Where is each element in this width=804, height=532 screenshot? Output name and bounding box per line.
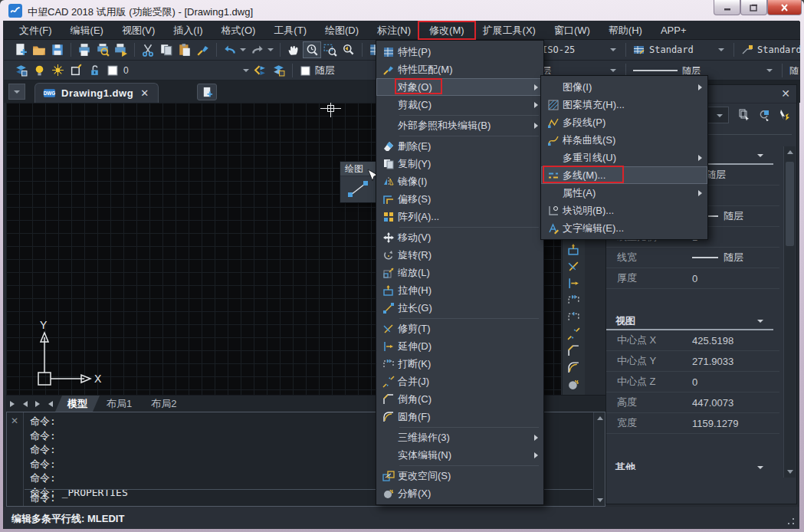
minimize-button[interactable] bbox=[714, 0, 740, 15]
break-point-icon[interactable] bbox=[565, 308, 583, 325]
print-icon[interactable] bbox=[75, 41, 94, 58]
property-value[interactable]: 271.9033 bbox=[692, 356, 733, 367]
menu-item[interactable]: 格式(O) bbox=[212, 21, 265, 39]
layout-tab-模型[interactable]: 模型 bbox=[55, 396, 100, 412]
explode-icon[interactable] bbox=[565, 376, 583, 392]
collapse-icon[interactable] bbox=[757, 320, 763, 323]
unlock-icon[interactable] bbox=[85, 62, 103, 79]
chevron-down-icon[interactable] bbox=[243, 69, 249, 72]
document-tab-drawing1[interactable]: DWG Drawing1.dwg ✕ bbox=[34, 83, 159, 103]
modify-menu-item[interactable]: 移动(V) bbox=[376, 228, 543, 246]
color-swatch-icon[interactable] bbox=[297, 62, 315, 79]
layout-tab-布局2[interactable]: 布局2 bbox=[139, 396, 189, 412]
menu-item[interactable]: 扩展工具(X) bbox=[474, 21, 545, 39]
last-tab-icon[interactable] bbox=[43, 396, 55, 412]
modify-menu-item[interactable]: 修剪(T) bbox=[376, 320, 543, 337]
menu-item[interactable]: 修改(M) bbox=[420, 21, 474, 39]
menu-item[interactable]: 窗口(W) bbox=[545, 21, 599, 39]
redo-icon[interactable] bbox=[248, 41, 267, 58]
scrollbar-thumb[interactable] bbox=[786, 162, 794, 246]
object-submenu-item[interactable]: 多线(M)... bbox=[541, 166, 707, 184]
property-value[interactable]: 0 bbox=[692, 376, 697, 388]
object-submenu-item[interactable]: 图案填充(H)... bbox=[541, 96, 707, 113]
pan-icon[interactable] bbox=[284, 41, 303, 58]
dim-style-combo[interactable]: ISO-25 bbox=[542, 42, 619, 57]
match-properties-icon[interactable] bbox=[194, 41, 212, 58]
menu-item[interactable]: 插入(I) bbox=[164, 21, 212, 39]
modify-menu-item[interactable]: 打断(K) bbox=[376, 355, 543, 373]
modify-menu-item[interactable]: 偏移(S) bbox=[376, 190, 543, 208]
print-preview-icon[interactable] bbox=[94, 41, 112, 58]
next-tab-icon[interactable] bbox=[31, 396, 43, 412]
scroll-up-icon[interactable] bbox=[594, 412, 605, 424]
toggle-pickadd-icon[interactable] bbox=[755, 107, 773, 123]
modify-menu-item[interactable]: 复制(Y) bbox=[376, 155, 543, 172]
chevron-down-icon[interactable] bbox=[240, 48, 246, 51]
command-scrollbar[interactable] bbox=[593, 412, 605, 506]
object-submenu-item[interactable]: 多段线(P) bbox=[541, 113, 707, 131]
first-tab-icon[interactable] bbox=[6, 396, 18, 412]
property-row[interactable]: 宽度1159.1279 bbox=[606, 413, 779, 434]
menu-item[interactable]: APP+ bbox=[651, 21, 696, 39]
zoom-window-icon[interactable] bbox=[321, 41, 340, 58]
publish-icon[interactable] bbox=[112, 41, 130, 58]
trim-icon[interactable] bbox=[565, 258, 583, 274]
scroll-up-icon[interactable] bbox=[784, 146, 796, 158]
modify-menu-item[interactable]: 特性(P) bbox=[376, 43, 543, 61]
property-row[interactable]: 中心点 Z0 bbox=[606, 372, 779, 392]
layout-tab-布局1[interactable]: 布局1 bbox=[94, 396, 144, 412]
new-file-icon[interactable] bbox=[11, 41, 30, 58]
modify-menu-item[interactable]: 缩放(L) bbox=[376, 264, 543, 281]
object-submenu-item[interactable]: 块说明(B)... bbox=[541, 202, 707, 219]
freeze-icon[interactable] bbox=[48, 62, 67, 79]
mleader-style-combo[interactable]: Standard bbox=[741, 42, 804, 57]
collapse-icon[interactable] bbox=[757, 466, 763, 469]
modify-menu-item[interactable]: 对象(O) bbox=[376, 78, 543, 96]
modify-menu-item[interactable]: 外部参照和块编辑(B) bbox=[376, 117, 543, 134]
menu-item[interactable]: 绘图(D) bbox=[316, 21, 368, 39]
bulb-icon[interactable] bbox=[30, 62, 48, 79]
chevron-down-icon[interactable] bbox=[267, 48, 274, 51]
modify-menu-item[interactable]: 合并(J) bbox=[376, 373, 543, 390]
modify-menu-item[interactable]: 延伸(D) bbox=[376, 337, 543, 355]
modify-menu-item[interactable]: 三维操作(3) bbox=[376, 429, 543, 446]
modify-menu-item[interactable]: 更改空间(S) bbox=[376, 467, 543, 484]
properties-scrollbar[interactable] bbox=[783, 146, 796, 478]
layer-properties-icon[interactable] bbox=[11, 62, 30, 79]
menu-item[interactable]: 编辑(E) bbox=[61, 21, 113, 39]
scroll-down-icon[interactable] bbox=[784, 466, 796, 478]
break-icon[interactable] bbox=[565, 291, 583, 308]
collapse-icon[interactable] bbox=[757, 154, 763, 157]
undo-icon[interactable] bbox=[221, 41, 239, 58]
prev-tab-icon[interactable] bbox=[18, 396, 31, 412]
open-file-icon[interactable] bbox=[30, 41, 48, 58]
property-row[interactable]: 高度447.0073 bbox=[606, 392, 779, 413]
modify-menu-item[interactable]: 特性匹配(M) bbox=[376, 61, 543, 78]
tab-list-button[interactable] bbox=[8, 84, 25, 100]
menu-item[interactable]: 标注(N) bbox=[368, 21, 420, 39]
close-icon[interactable]: ✕ bbox=[11, 415, 18, 426]
restore-button[interactable] bbox=[740, 0, 767, 15]
section-header[interactable]: 其他 bbox=[606, 458, 773, 470]
save-icon[interactable] bbox=[48, 41, 67, 58]
modify-menu-item[interactable]: 倒角(C) bbox=[376, 390, 543, 408]
object-submenu-item[interactable]: 属性(A) bbox=[541, 184, 707, 202]
section-header[interactable]: 视图 bbox=[606, 312, 773, 330]
property-row[interactable]: 中心点 Y271.9033 bbox=[606, 351, 779, 372]
new-tab-button[interactable] bbox=[197, 84, 217, 100]
property-value[interactable]: 447.0073 bbox=[692, 397, 733, 409]
select-objects-icon[interactable] bbox=[775, 107, 793, 123]
modify-menu-item[interactable]: 镜像(I) bbox=[376, 172, 543, 190]
modify-menu-item[interactable]: 旋转(R) bbox=[376, 246, 543, 264]
extend-icon[interactable] bbox=[565, 274, 583, 291]
zoom-realtime-icon[interactable] bbox=[303, 41, 321, 58]
menu-item[interactable]: 视图(V) bbox=[113, 21, 164, 39]
modify-menu-item[interactable]: 删除(E) bbox=[376, 137, 543, 155]
property-value[interactable]: 425.5198 bbox=[692, 335, 733, 346]
property-row[interactable]: 中心点 X425.5198 bbox=[606, 330, 779, 351]
object-submenu-item[interactable]: 多重引线(U) bbox=[541, 149, 707, 166]
modify-menu-item[interactable]: 拉伸(H) bbox=[376, 281, 543, 299]
zoom-previous-icon[interactable] bbox=[340, 41, 358, 58]
quick-select-icon[interactable] bbox=[735, 107, 753, 123]
scroll-down-icon[interactable] bbox=[594, 494, 605, 506]
